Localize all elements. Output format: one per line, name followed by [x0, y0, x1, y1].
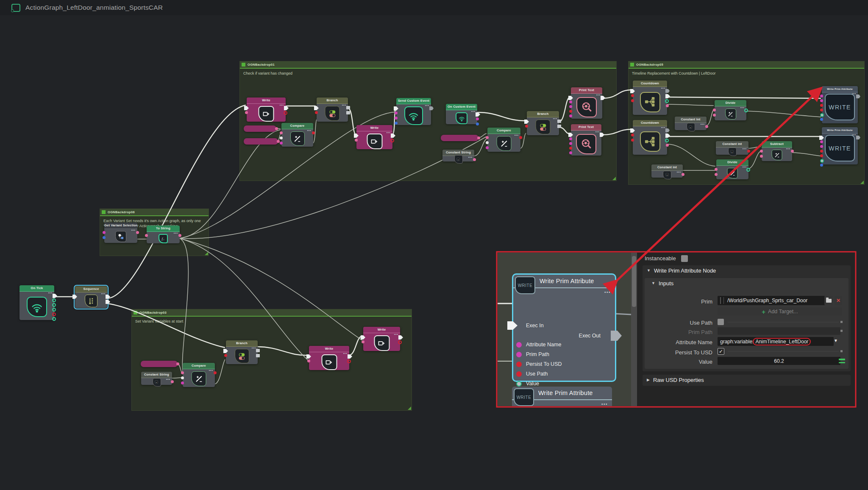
- highlight-rectangle: [497, 252, 856, 407]
- annotation-arrow: [615, 89, 820, 282]
- annotation-layer: [0, 0, 868, 490]
- graph-canvas[interactable]: ActionGraph_LeftDoor_anmiation_SportsCAR…: [0, 0, 868, 490]
